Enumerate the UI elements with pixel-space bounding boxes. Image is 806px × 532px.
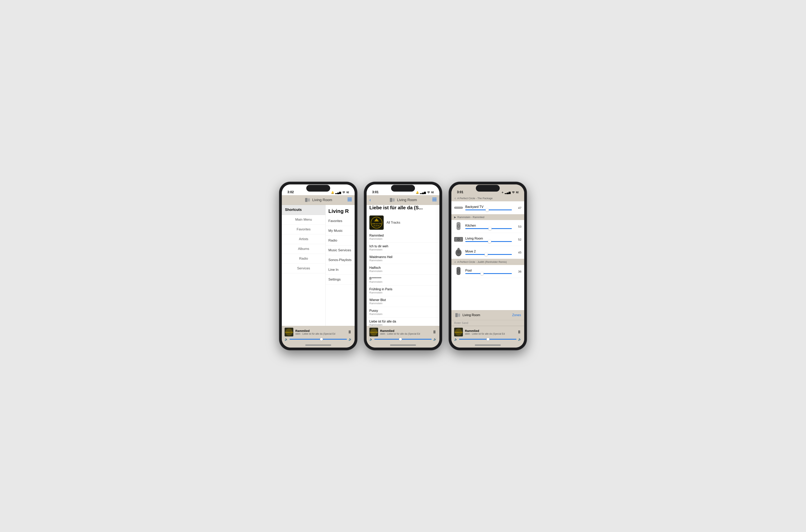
track-item-1[interactable]: Rammlied Rammstein [367,232,439,243]
now-playing-info-3: Rammlied stein · Liebe ist für alle da (… [465,329,515,335]
svg-rect-3 [305,198,307,202]
zone-item-pool: Pool 36 [451,265,524,278]
now-playing-album-art-1: RAMMSTEIN [285,328,293,337]
track-item-4[interactable]: Haifisch Rammstein [367,264,439,275]
dynamic-island-1 [306,185,330,192]
signal-icon-1: ▂▄▆ [335,191,341,194]
shortcuts-item-services[interactable]: Services [282,264,325,273]
right-panel-sonos-playlists[interactable]: Sonos-Playlists [325,255,355,265]
svg-rect-7 [432,198,437,198]
screen-2: 3:01 🔔 ▂▄▆ 92 ‹ Living Room [367,185,439,347]
svg-point-30 [457,250,460,253]
shortcuts-item-artists[interactable]: Artists [282,234,325,244]
right-panel-my-music[interactable]: My Music [325,226,355,236]
track-item-8[interactable]: Pussy Rammstein [367,307,439,318]
shortcuts-panel: Shortcuts Main Menu Favorites Artists Al… [282,205,325,326]
home-bar-3 [475,345,501,346]
shortcuts-item-favorites[interactable]: Favorites [282,225,325,234]
svg-rect-35 [455,313,458,317]
shortcuts-item-main-menu[interactable]: Main Menu [282,215,325,225]
track-item-2[interactable]: Ich tu dir weh Rammstein [367,243,439,253]
nav-menu-icon-2[interactable] [432,198,437,202]
shortcuts-item-radio[interactable]: Radio [282,254,325,264]
right-panel-line-in[interactable]: Line In [325,265,355,275]
track-artist-8: Rammstein [369,312,437,316]
nav-menu-icon-1[interactable] [348,198,352,202]
progress-thumb-3[interactable] [487,338,489,341]
volume-thumb-kitchen[interactable] [488,227,491,230]
home-bar-2 [390,345,416,346]
svg-text:ALLE DA: ALLE DA [374,225,379,226]
zone-name-living-room: Living Room [465,237,512,240]
phone-1: 3:02 🔔 ▂▄▆ 92 Living Room [279,182,357,350]
track-name-2: Ich tu dir weh [369,245,437,248]
battery-icon-1: 92 [346,191,349,194]
volume-track-backyard[interactable] [465,209,512,210]
svg-rect-10 [390,198,392,202]
volume-track-pool[interactable] [465,273,512,274]
progress-track-3[interactable] [459,339,517,340]
back-button-2[interactable]: ‹ [369,197,371,203]
signal-icon-3: ▂▄▆ [505,191,510,194]
pause-button-2[interactable]: ⏸ [432,329,437,335]
track-item-6[interactable]: Frühling in Paris Rammstein [367,285,439,296]
dynamic-island-2 [391,185,415,192]
right-panel-favorites[interactable]: Favorites [325,216,355,226]
zone-item-move2: Move 2 45 [451,246,524,259]
shortcuts-item-albums[interactable]: Albums [282,244,325,254]
volume-track-move2[interactable] [465,254,512,255]
svg-rect-0 [348,198,352,198]
track-name-4: Haifisch [369,266,437,270]
zone-item-backyard-tv: Backyard TV 47 [451,201,524,214]
nav-title-2: Living Room [389,197,417,203]
speaker-img-kitchen [454,222,463,231]
right-panel-title: Living R [325,205,355,216]
right-panel-radio[interactable]: Radio [325,236,355,246]
volume-thumb-move2[interactable] [485,253,488,256]
track-item-3[interactable]: Waidmanns Heil Rammstein [367,253,439,264]
right-panel-music-services[interactable]: Music Services [325,246,355,255]
now-playing-info-2: Rammlied stein · Liebe ist für alle da (… [380,329,430,335]
now-playing-album-art-3: RAMMSTEIN [454,328,463,337]
right-panel-settings[interactable]: Settings [325,275,355,285]
track-item-9[interactable]: Liebe ist für alle da Rammstein [367,318,439,326]
zone-name-pool: Pool [465,269,512,272]
zone-volume-backyard: 47 [516,206,521,209]
zone-volume-living-room: 52 [516,238,521,241]
progress-thumb-2[interactable] [399,338,402,341]
track-name-6: Frühling in Paris [369,287,437,291]
zones-button[interactable]: Zones [512,314,521,317]
home-indicator-3 [451,342,524,347]
album-header-2: LIEBE IST FÜR ALLE DA All Tracks [367,212,439,232]
volume-thumb-backyard[interactable] [486,208,489,211]
nav-bar-1: Living Room [282,195,355,205]
screen-1: 3:02 🔔 ▂▄▆ 92 Living Room [282,185,355,347]
pause-button-3[interactable]: ⏸ [517,329,521,335]
volume-thumb-pool[interactable] [481,272,484,275]
zones-nav-title: Living Room [463,314,480,317]
track-artist-7: Rammstein [369,302,437,305]
progress-bar-3: 🔈 🔊 [454,338,521,341]
track-item-7[interactable]: Wiener Blut Rammstein [367,296,439,307]
volume-track-living-room[interactable] [465,241,512,242]
zone-slider-move2: Move 2 [465,250,512,255]
progress-track-1[interactable] [289,339,347,340]
speaker-img-living-room [454,235,463,244]
status-time-3: 3:01 [457,190,463,194]
album-title-2: Liebe ist für alle da (S... [367,205,439,212]
volume-track-kitchen[interactable] [465,228,512,229]
now-playing-subtitle-2: stein · Liebe ist für alle da (Special E… [380,332,430,335]
track-artist-6: Rammstein [369,291,437,294]
speaker-img-move2 [454,248,463,256]
pause-button-1[interactable]: ⏸ [348,329,352,335]
progress-thumb-1[interactable] [320,338,323,341]
volume-high-icon-3: 🔊 [518,338,521,341]
volume-thumb-living-room[interactable] [488,240,491,243]
track-artist-5: Rammstein [369,280,437,283]
now-playing-subtitle-3: stein · Liebe ist für alle da (Special E… [465,332,515,335]
battery-icon-2: 92 [431,191,434,194]
zone-name-move2: Move 2 [465,250,512,253]
track-item-5[interactable]: B******** Rammstein [367,275,439,285]
progress-track-2[interactable] [374,339,432,340]
zone-name-backyard: Backyard TV [465,205,512,209]
